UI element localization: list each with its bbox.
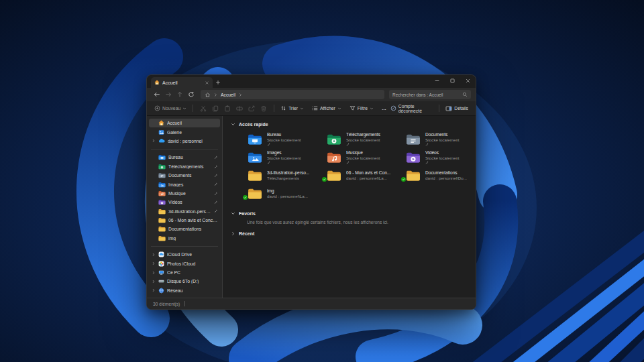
sidebar-item-reseau[interactable]: Réseau xyxy=(149,286,220,295)
tile-bureau[interactable]: BureauStocké localement xyxy=(247,130,326,148)
section-recent[interactable]: Récent xyxy=(231,229,470,238)
sidebar-item-3d-illustration[interactable]: 3d-illustration-person-with-sunglasses xyxy=(149,207,220,216)
sidebar-item-telechargements[interactable]: Téléchargements xyxy=(149,162,220,171)
tile-3d-illustration[interactable]: 3d-illustration-perso...Téléchargements xyxy=(247,166,326,184)
paste-button[interactable] xyxy=(223,104,232,113)
sidebar-item-img[interactable]: img xyxy=(149,234,220,243)
sidebar-item-videos[interactable]: Vidéos xyxy=(149,198,220,206)
refresh-button[interactable] xyxy=(186,90,196,99)
music-folder-icon xyxy=(158,190,166,196)
chevron-right-icon xyxy=(213,93,218,97)
sidebar-item-06-mon-avis[interactable]: 06 - Mon avis et Conclusion xyxy=(149,216,220,225)
sidebar-item-disque-d[interactable]: Disque 6To (D:) xyxy=(149,277,220,286)
item-count: 30 élément(s) xyxy=(153,302,180,306)
folder-icon xyxy=(406,170,421,182)
pin-icon xyxy=(267,161,301,164)
up-button[interactable] xyxy=(174,90,184,99)
sidebar-item-onedrive[interactable]: david : personnel xyxy=(149,137,220,145)
folder-icon xyxy=(327,170,341,182)
sidebar-item-photos-icloud[interactable]: Photos iCloud xyxy=(149,259,220,267)
new-tab-button[interactable] xyxy=(213,77,223,88)
tile-documents[interactable]: DocumentsStocké localement xyxy=(405,130,476,148)
filter-button-label: Filtre xyxy=(358,106,368,111)
pin-icon xyxy=(214,209,218,213)
view-button[interactable]: Afficher xyxy=(310,105,343,111)
toolbar-divider xyxy=(274,105,274,112)
this-pc-icon xyxy=(158,269,164,276)
expander-chevron-icon[interactable] xyxy=(152,288,156,292)
filter-button[interactable]: Filtre xyxy=(347,105,376,111)
expander-chevron-icon[interactable] xyxy=(152,271,156,275)
cut-button[interactable] xyxy=(199,104,208,113)
account-status-button[interactable]: Compte déconnecté xyxy=(388,104,435,113)
sidebar-item-icloud-drive[interactable]: iCloud Drive xyxy=(149,250,220,259)
onedrive-cloud-icon xyxy=(158,137,165,144)
rename-button[interactable] xyxy=(235,104,244,113)
tile-musique[interactable]: MusiqueStocké localement xyxy=(326,148,405,166)
tab-close-icon[interactable] xyxy=(205,80,209,85)
folder-icon xyxy=(248,170,262,182)
section-quick-access[interactable]: Accès rapide xyxy=(231,119,470,129)
pin-icon xyxy=(214,156,218,160)
delete-button[interactable] xyxy=(260,104,268,113)
sidebar-item-galerie[interactable]: Galerie xyxy=(149,127,220,136)
toolbar: Nouveau Trier Afficher F xyxy=(147,101,476,116)
tile-img[interactable]: imgdavid : personnel\La... xyxy=(247,184,326,202)
tile-videos[interactable]: VidéosStocké localement xyxy=(405,148,476,166)
sidebar-item-documentations[interactable]: Documentations xyxy=(149,225,220,233)
chevron-right-icon xyxy=(238,93,243,97)
expander-chevron-icon[interactable] xyxy=(152,139,156,143)
pin-icon xyxy=(346,161,380,164)
sidebar-item-ce-pc[interactable]: Ce PC xyxy=(149,268,220,277)
search-input[interactable] xyxy=(392,93,460,97)
expander-chevron-icon[interactable] xyxy=(152,253,156,257)
sidebar-item-documents[interactable]: Documents xyxy=(149,171,220,180)
details-button[interactable]: Détails xyxy=(443,105,470,112)
sidebar-divider xyxy=(151,246,218,247)
copy-button[interactable] xyxy=(211,104,220,113)
sort-button[interactable]: Trier xyxy=(278,105,306,111)
forward-button[interactable] xyxy=(163,90,173,99)
new-button[interactable]: Nouveau xyxy=(152,105,189,111)
section-title: Favoris xyxy=(239,211,256,216)
folder-icon xyxy=(158,235,166,241)
search-icon xyxy=(462,92,468,97)
chevron-right-icon[interactable] xyxy=(231,231,235,236)
back-button[interactable] xyxy=(152,90,162,99)
more-button[interactable]: … xyxy=(380,106,388,111)
chevron-down-icon[interactable] xyxy=(231,122,235,127)
downloads-folder-icon xyxy=(327,133,341,145)
section-favoris[interactable]: Favoris xyxy=(231,208,470,218)
expander-chevron-icon[interactable] xyxy=(152,280,156,284)
close-button[interactable] xyxy=(460,75,476,86)
pin-icon xyxy=(425,143,460,146)
more-label: … xyxy=(382,106,386,111)
sidebar-item-images[interactable]: Images xyxy=(149,180,220,188)
sync-check-icon xyxy=(243,195,248,200)
tile-documentations[interactable]: Documentationsdavid : personnel\Do... xyxy=(405,166,476,184)
section-title: Récent xyxy=(239,231,254,236)
breadcrumb[interactable]: Accueil xyxy=(201,90,384,99)
tile-06-mon-avis[interactable]: 06 - Mon avis et Con...david : personnel… xyxy=(326,166,405,184)
sidebar-item-musique[interactable]: Musique xyxy=(149,189,220,198)
pin-icon xyxy=(214,165,218,169)
sync-check-icon xyxy=(322,177,327,182)
tab-accueil[interactable]: Accueil xyxy=(151,77,213,88)
sidebar-item-accueil[interactable]: Accueil xyxy=(149,119,220,127)
share-button[interactable] xyxy=(248,104,256,113)
icloud-drive-icon xyxy=(158,251,164,257)
tab-title: Accueil xyxy=(162,80,202,85)
paste-icon xyxy=(224,105,231,112)
sidebar-item-bureau[interactable]: Bureau xyxy=(149,153,220,162)
documents-folder-icon xyxy=(406,133,421,145)
minimize-button[interactable] xyxy=(429,75,445,86)
maximize-button[interactable] xyxy=(445,75,460,86)
expander-chevron-icon[interactable] xyxy=(152,261,156,265)
chevron-down-icon[interactable] xyxy=(231,211,235,216)
search-box[interactable] xyxy=(389,90,471,99)
tab-bar: Accueil xyxy=(147,75,476,88)
sort-button-label: Trier xyxy=(288,106,298,111)
tile-telechargements[interactable]: TéléchargementsStocké localement xyxy=(326,130,405,148)
tile-images[interactable]: ImagesStocké localement xyxy=(247,148,326,166)
breadcrumb-location[interactable]: Accueil xyxy=(221,93,235,97)
